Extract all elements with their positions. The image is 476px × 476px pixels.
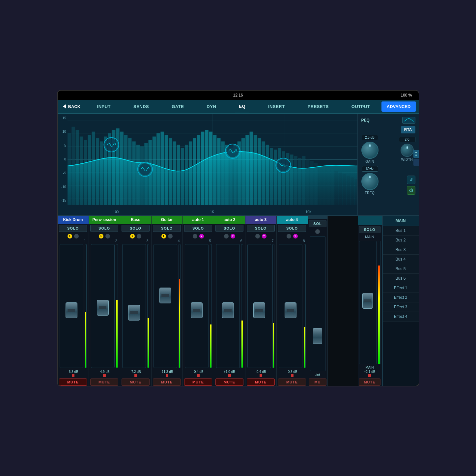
ch4-rec-indicator (168, 234, 173, 238)
sidebar-effect2-button[interactable]: Effect 2 (383, 293, 419, 302)
ch4-fader-handle[interactable] (159, 288, 171, 303)
ch6-mute-button[interactable]: MUTE (215, 378, 243, 386)
ch3-mute-button[interactable]: MUTE (122, 378, 150, 386)
ch7-mute-button[interactable]: MUTE (247, 378, 275, 386)
ch5-mute-button[interactable]: MUTE (184, 378, 212, 386)
ch2-solo-button[interactable]: SOLO (90, 225, 118, 232)
ch6-fader-handle[interactable] (222, 302, 234, 318)
sidebar-effect3-button[interactable]: Effect 3 (383, 302, 419, 312)
sidebar-effect1-button[interactable]: Effect 1 (383, 283, 419, 293)
ch4-number: 4 (178, 239, 182, 243)
ch7-solo-button[interactable]: SOLO (247, 225, 275, 232)
eq-graph[interactable]: 15 10 5 0 -5 -10 -15 (58, 114, 358, 215)
svg-point-91 (415, 154, 417, 156)
freq-knob[interactable] (361, 173, 378, 190)
ch4-fader-track[interactable] (154, 244, 177, 368)
status-time: 12:16 (233, 93, 243, 98)
tab-eq[interactable]: EQ (235, 100, 249, 113)
tab-presets[interactable]: PRESETS (304, 100, 333, 113)
freq-value: 60Hz (362, 166, 378, 172)
back-label: BACK (68, 104, 81, 109)
sidebar-effect4-button[interactable]: Effect 4 (383, 312, 419, 322)
ch6-name: auto 2 (214, 216, 245, 224)
ch-partial-mute[interactable]: MU (309, 378, 326, 386)
master-mute-button[interactable]: MUTE (359, 378, 380, 386)
ch1-solo-button[interactable]: SOLO (59, 225, 87, 232)
tab-sends[interactable]: SENDS (129, 100, 153, 113)
ch3-mute-indicator (134, 374, 137, 377)
ch4-send-indicator: 1 (161, 234, 166, 238)
ch7-fader-handle[interactable] (253, 302, 265, 318)
eq-y-n5: -5 (59, 171, 66, 175)
rta-button[interactable]: RTA (401, 126, 415, 133)
ch3-fader-handle[interactable] (128, 305, 140, 321)
ch6-fader-track[interactable] (216, 244, 240, 368)
width-knob[interactable] (401, 144, 414, 157)
sidebar-bus1-button[interactable]: Bus 1 (383, 226, 419, 236)
sidebar-bus5-button[interactable]: Bus 5 (383, 264, 419, 274)
channel-strip-2: Perc- ussion SOLO 1 2 -4.9 dB MU (89, 216, 120, 386)
back-button[interactable]: BACK (58, 100, 86, 113)
freq-row: 60Hz FREQ ↺ ⏻ (361, 166, 415, 195)
gain-knob[interactable] (361, 142, 378, 159)
ch3-fader-track[interactable] (122, 244, 146, 368)
channel-strip-7: auto 3 SOLO Y 7 -0.4 dB MUTE (245, 216, 277, 386)
ch1-fader-handle[interactable] (66, 302, 77, 318)
master-fader-handle[interactable] (362, 293, 373, 309)
advanced-button[interactable]: ADVANCED (381, 101, 416, 112)
ch2-fader-section (89, 243, 120, 369)
ch5-fader-track[interactable] (185, 244, 209, 368)
ch-partial-handle[interactable] (313, 328, 322, 344)
ch2-send-indicator: 1 (99, 234, 103, 238)
tab-gate[interactable]: GATE (168, 100, 188, 113)
freq-label: FREQ (365, 191, 375, 195)
sidebar-main-button[interactable]: MAIN (383, 216, 419, 226)
ch8-mute-button[interactable]: MUTE (278, 378, 306, 386)
sidebar-bus6-button[interactable]: Bus 6 (383, 274, 419, 283)
svg-point-90 (415, 152, 417, 153)
tab-dyn[interactable]: DYN (203, 100, 220, 113)
ch8-fader-track[interactable] (279, 244, 302, 368)
svg-point-89 (277, 159, 289, 171)
eq-y-labels: 15 10 5 0 -5 -10 -15 (58, 114, 68, 205)
ch4-solo-button[interactable]: SOLO (153, 225, 181, 232)
side-dots-icon[interactable] (413, 150, 419, 158)
sidebar-bus3-button[interactable]: Bus 3 (383, 245, 419, 255)
ch8-fader-handle[interactable] (285, 302, 296, 318)
ch1-fader-track[interactable] (60, 244, 83, 368)
tab-insert[interactable]: INSERT (264, 100, 289, 113)
master-solo-button[interactable]: SOLO (359, 226, 380, 233)
tab-output[interactable]: OUTPUT (348, 100, 374, 113)
ch8-solo-button[interactable]: SOLO (278, 225, 306, 232)
ch-partial-track[interactable] (310, 236, 325, 371)
ch4-mute-button[interactable]: MUTE (153, 378, 181, 386)
ch6-number: 6 (240, 239, 245, 243)
tab-input[interactable]: INPUT (93, 100, 115, 113)
ch6-solo-button[interactable]: SOLO (215, 225, 243, 232)
master-fader-track[interactable] (359, 241, 377, 364)
ch6-mute-indicator (228, 374, 231, 377)
ch4-level-meter (179, 244, 181, 368)
reset-icon[interactable]: ↺ (407, 176, 415, 184)
ch2-mute-button[interactable]: MUTE (90, 378, 118, 386)
ch7-level-bar (273, 323, 274, 368)
ch1-level-bar (85, 312, 86, 367)
ch7-fader-track[interactable] (247, 244, 271, 368)
ch5-fader-handle[interactable] (191, 302, 203, 318)
power-icon[interactable]: ⏻ (407, 186, 415, 195)
peq-curve-icon[interactable] (402, 117, 415, 124)
side-bar-icon (413, 159, 419, 166)
ch3-solo-button[interactable]: SOLO (122, 225, 150, 232)
master-level-meter (378, 241, 380, 364)
ch2-fader-track[interactable] (91, 244, 115, 368)
svg-point-83 (105, 139, 117, 151)
ch1-mute-button[interactable]: MUTE (59, 378, 87, 386)
ch-partial-solo[interactable]: SOL (309, 220, 326, 227)
ch2-fader-handle[interactable] (97, 300, 109, 316)
sidebar-bus4-button[interactable]: Bus 4 (383, 255, 419, 264)
ch3-indicators: 1 (130, 234, 141, 238)
ch5-solo-button[interactable]: SOLO (184, 225, 212, 232)
sidebar-bus2-button[interactable]: Bus 2 (383, 236, 419, 245)
ch8-ind1 (287, 234, 291, 238)
ch6-db: +1.0 dB (224, 369, 235, 374)
